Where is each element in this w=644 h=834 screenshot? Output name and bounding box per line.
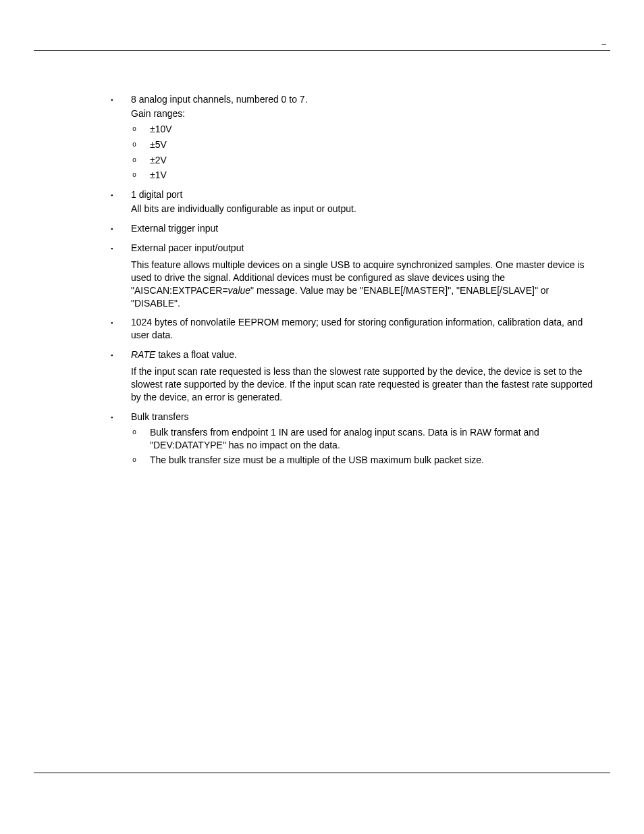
item-subhead: Gain ranges: bbox=[131, 107, 594, 120]
list-item: External pacer input/output This feature… bbox=[111, 242, 594, 309]
list-item: External trigger input bbox=[111, 222, 594, 235]
sub-list-item: ±5V bbox=[131, 138, 594, 151]
sub-list: Bulk transfers from endpoint 1 IN are us… bbox=[131, 426, 594, 467]
sub-list-item: ±2V bbox=[131, 154, 594, 167]
item-lead: Bulk transfers bbox=[131, 411, 189, 422]
content-area: 8 analog input channels, numbered 0 to 7… bbox=[111, 93, 594, 467]
item-lead-em: RATE bbox=[131, 349, 155, 360]
item-lead: 8 analog input channels, numbered 0 to 7… bbox=[131, 94, 308, 105]
item-lead: 1 digital port bbox=[131, 189, 182, 200]
list-item: 8 analog input channels, numbered 0 to 7… bbox=[111, 93, 594, 182]
item-para: If the input scan rate requested is less… bbox=[131, 365, 594, 404]
item-lead: External trigger input bbox=[131, 223, 218, 234]
item-lead-tail: takes a float value. bbox=[155, 349, 237, 360]
footer-rule bbox=[34, 773, 610, 773]
item-lead: 1024 bytes of nonvolatile EEPROM memory;… bbox=[131, 317, 583, 340]
item-para: All bits are individually configurable a… bbox=[131, 203, 594, 215]
document-page: – 8 analog input channels, numbered 0 to… bbox=[0, 0, 644, 834]
list-item: 1024 bytes of nonvolatile EEPROM memory;… bbox=[111, 316, 594, 342]
sub-list-item: Bulk transfers from endpoint 1 IN are us… bbox=[131, 426, 594, 452]
item-lead: External pacer input/output bbox=[131, 242, 244, 253]
sub-list-item: ±1V bbox=[131, 169, 594, 182]
sub-list: ±10V ±5V ±2V ±1V bbox=[131, 123, 594, 182]
para-text-em: value bbox=[228, 285, 250, 296]
bullet-list: 8 analog input channels, numbered 0 to 7… bbox=[111, 93, 594, 467]
header-dash: – bbox=[601, 38, 606, 49]
sub-list-item: ±10V bbox=[131, 123, 594, 136]
list-item: 1 digital port All bits are individually… bbox=[111, 188, 594, 215]
list-item: RATE takes a float value. If the input s… bbox=[111, 348, 594, 404]
list-item: Bulk transfers Bulk transfers from endpo… bbox=[111, 411, 594, 467]
header-rule bbox=[34, 50, 610, 51]
sub-list-item: The bulk transfer size must be a multipl… bbox=[131, 454, 594, 467]
item-para: This feature allows multiple devices on … bbox=[131, 259, 594, 310]
